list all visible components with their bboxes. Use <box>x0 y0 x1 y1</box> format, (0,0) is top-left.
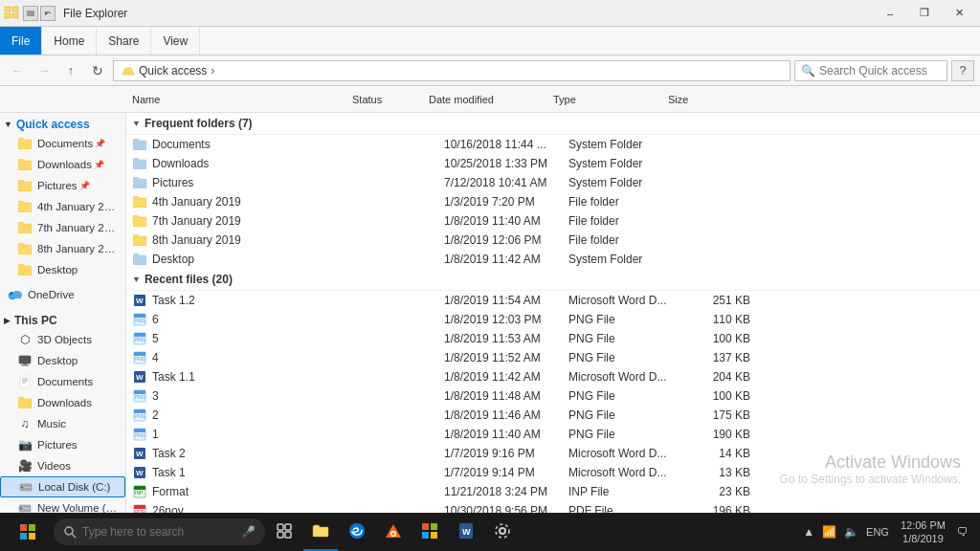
start-button[interactable] <box>4 513 52 551</box>
sidebar-item-7th-jan[interactable]: 7th January 2019 <box>0 217 125 238</box>
back-button[interactable]: ← <box>6 59 29 82</box>
svg-rect-0 <box>5 7 11 11</box>
col-header-name[interactable]: Name <box>126 86 346 112</box>
this-pc-group[interactable]: ▶ This PC <box>0 309 125 329</box>
col-header-size[interactable]: Size <box>662 86 739 112</box>
sidebar-item-4th-jan[interactable]: 4th January 2019 <box>0 196 125 217</box>
music-icon: ♫ <box>17 416 33 431</box>
file-type: File folder <box>568 214 683 228</box>
list-item[interactable]: 4th January 2019 1/3/2019 7:20 PM File f… <box>126 192 980 211</box>
search-input[interactable] <box>819 64 963 77</box>
sidebar-item-8th-jan[interactable]: 8th January 2019 <box>0 238 125 259</box>
settings-taskbar[interactable] <box>485 513 520 551</box>
sidebar-item-desktop[interactable]: Desktop <box>0 259 125 280</box>
sidebar-item-downloads[interactable]: Downloads 📌 <box>0 154 125 175</box>
clock-time: 12:06 PM <box>901 518 946 532</box>
forward-button[interactable]: → <box>33 59 56 82</box>
sidebar-item-documents[interactable]: Documents 📌 <box>0 133 125 154</box>
word-taskbar[interactable]: W <box>449 513 483 551</box>
sidebar-item-music[interactable]: ♫ Music <box>0 413 125 434</box>
sidebar-item-documents2[interactable]: Documents <box>0 371 125 392</box>
svg-point-92 <box>500 528 505 534</box>
svg-point-13 <box>21 487 23 489</box>
restore-button[interactable]: ❒ <box>907 0 942 27</box>
edge-taskbar[interactable] <box>340 513 374 551</box>
list-item[interactable]: 7th January 2019 1/8/2019 11:40 AM File … <box>126 211 980 231</box>
tab-home[interactable]: Home <box>42 27 97 55</box>
col-header-status[interactable]: Status <box>346 86 423 112</box>
notifications-icon[interactable]: 🗨 <box>955 523 970 540</box>
taskbar-search-input[interactable] <box>82 525 235 539</box>
col-header-date[interactable]: Date modified <box>423 86 547 112</box>
list-item[interactable]: PNG 4 1/8/2019 11:52 AM PNG File 137 KB <box>126 348 980 367</box>
file-type: System Folder <box>568 157 683 170</box>
list-item[interactable]: PNG 2 1/8/2019 11:46 AM PNG File 175 KB <box>126 406 980 425</box>
list-item[interactable]: Desktop 1/8/2019 11:42 AM System Folder <box>126 250 980 269</box>
list-item[interactable]: INP Format 11/21/2018 3:24 PM INP File 2… <box>126 482 980 501</box>
file-explorer-taskbar[interactable] <box>303 513 338 551</box>
svg-rect-78 <box>278 524 283 530</box>
folder-icon-r2 <box>132 213 147 229</box>
col-header-type[interactable]: Type <box>547 86 662 112</box>
list-item[interactable]: Pictures 7/12/2018 10:41 AM System Folde… <box>126 173 980 192</box>
sidebar-item-desktop2[interactable]: Desktop <box>0 350 125 371</box>
tab-share[interactable]: Share <box>97 27 151 55</box>
task-view-button[interactable] <box>267 513 301 551</box>
svg-rect-11 <box>20 376 30 387</box>
undo-icon[interactable] <box>40 6 56 21</box>
sidebar-item-videos[interactable]: 🎥 Videos <box>0 455 125 476</box>
network-icon[interactable]: 📶 <box>820 523 838 540</box>
quick-access-group[interactable]: ▼ Quick access <box>0 113 125 133</box>
sidebar-label-videos: Videos <box>37 460 71 472</box>
file-name: Pictures <box>152 176 368 189</box>
list-item[interactable]: W Task 2 1/7/2019 9:16 PM Microsoft Word… <box>126 444 980 463</box>
file-icon-6: PNG <box>132 408 147 423</box>
sidebar-item-downloads2[interactable]: Downloads <box>0 392 125 413</box>
svg-text:PNG: PNG <box>135 356 145 362</box>
minimize-button[interactable]: – <box>873 0 907 27</box>
svg-rect-73 <box>29 524 35 531</box>
language-indicator[interactable]: ENG <box>864 524 891 540</box>
sidebar-item-onedrive[interactable]: OneDrive <box>0 284 125 305</box>
system-clock[interactable]: 12:06 PM 1/8/2019 <box>895 518 951 546</box>
list-item[interactable]: W Task 1.1 1/8/2019 11:42 AM Microsoft W… <box>126 367 980 386</box>
list-item[interactable]: W Task 1 1/7/2019 9:14 PM Microsoft Word… <box>126 463 980 482</box>
file-type: PNG File <box>568 351 683 364</box>
vlc-taskbar[interactable] <box>376 513 411 551</box>
local-disk-icon <box>18 479 33 495</box>
tray-up-arrow[interactable]: ▲ <box>801 523 816 540</box>
list-item[interactable]: 8th January 2019 1/8/2019 12:06 PM File … <box>126 231 980 250</box>
sidebar-item-3d-objects[interactable]: ⬡ 3D Objects <box>0 329 125 350</box>
svg-rect-80 <box>278 532 283 538</box>
search-icon: 🔍 <box>801 64 815 77</box>
list-item[interactable]: PNG 5 1/8/2019 11:53 AM PNG File 100 KB <box>126 329 980 348</box>
tab-view[interactable]: View <box>151 27 200 55</box>
taskbar: 🎤 W <box>0 513 980 551</box>
list-item[interactable]: Documents 10/16/2018 11:44 ... System Fo… <box>126 135 980 154</box>
system-tray: ▲ 📶 🔈 ENG 12:06 PM 1/8/2019 🗨 <box>795 518 976 546</box>
sidebar-item-pictures[interactable]: Pictures 📌 <box>0 175 125 196</box>
address-path[interactable]: Quick access › <box>113 60 791 81</box>
sidebar-label-downloads: Downloads <box>37 159 92 170</box>
sidebar-item-pictures2[interactable]: 📷 Pictures <box>0 434 125 455</box>
up-button[interactable]: ↑ <box>59 59 82 82</box>
close-button[interactable]: ✕ <box>942 0 976 27</box>
list-item[interactable]: W Task 1.2 1/8/2019 11:54 AM Microsoft W… <box>126 291 980 310</box>
list-item[interactable]: PNG 3 1/8/2019 11:48 AM PNG File 100 KB <box>126 386 980 406</box>
sidebar-item-local-disk[interactable]: Local Disk (C:) <box>0 476 125 497</box>
taskbar-search[interactable]: 🎤 <box>54 518 265 545</box>
file-date: 1/8/2019 11:40 AM <box>444 428 568 441</box>
list-item[interactable]: Downloads 10/25/2018 1:33 PM System Fold… <box>126 154 980 173</box>
list-item[interactable]: PNG 6 1/8/2019 12:03 PM PNG File 110 KB <box>126 310 980 329</box>
sidebar-label-pictures2: Pictures <box>37 439 78 451</box>
svg-text:PNG: PNG <box>135 318 145 323</box>
help-button[interactable]: ? <box>951 60 974 81</box>
list-item[interactable]: PNG 1 1/8/2019 11:40 AM PNG File 190 KB <box>126 425 980 444</box>
volume-icon[interactable]: 🔈 <box>842 523 860 540</box>
windows-store-taskbar[interactable] <box>412 513 447 551</box>
recent-arrow[interactable]: ▼ <box>132 275 141 284</box>
sidebar-label-pictures: Pictures <box>37 180 78 191</box>
refresh-button[interactable]: ↻ <box>86 59 109 82</box>
frequent-arrow[interactable]: ▼ <box>132 119 141 128</box>
tab-file[interactable]: File <box>0 27 42 55</box>
